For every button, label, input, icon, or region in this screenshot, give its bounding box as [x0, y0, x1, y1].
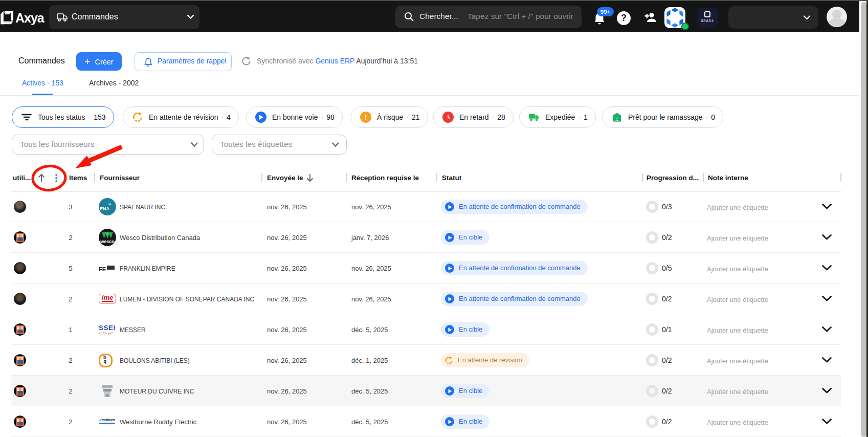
svg-text:wesco: wesco: [100, 239, 115, 244]
